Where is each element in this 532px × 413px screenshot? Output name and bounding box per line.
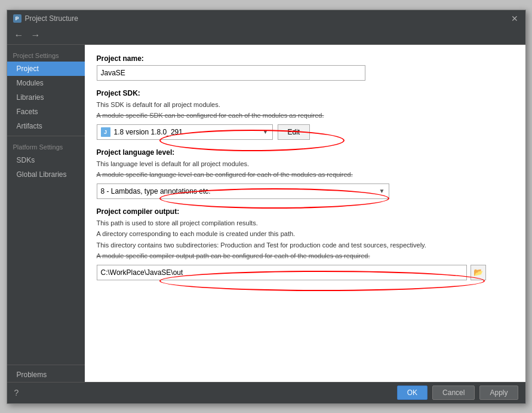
sdk-chevron-icon: ▼	[263, 129, 269, 135]
sidebar-item-artifacts-label: Artifacts	[17, 122, 42, 130]
sidebar-item-facets[interactable]: Facets	[7, 105, 85, 119]
folder-icon: 📂	[473, 268, 483, 277]
project-name-label: Project name:	[97, 54, 513, 63]
sidebar-item-facets-label: Facets	[17, 108, 38, 116]
browse-folder-button[interactable]: 📂	[471, 265, 486, 280]
sdk-desc1: This SDK is default for all project modu…	[97, 100, 513, 110]
title-bar-left: P Project Structure	[13, 14, 78, 23]
back-button[interactable]: ←	[12, 29, 26, 42]
sdk-desc2: A module specific SDK can be configured …	[97, 111, 513, 121]
sdk-selected-text: 1.8 version 1.8.0_291	[114, 128, 183, 136]
ok-button[interactable]: OK	[397, 386, 428, 400]
project-settings-section-label: Project Settings	[7, 47, 85, 62]
project-structure-dialog: P Project Structure ✕ ← → Project Settin…	[7, 10, 526, 404]
sidebar-item-artifacts[interactable]: Artifacts	[7, 119, 85, 133]
sidebar-bottom: Problems	[7, 182, 85, 382]
sidebar-item-global-libraries[interactable]: Global Libraries	[7, 167, 85, 182]
toolbar: ← →	[7, 27, 525, 45]
content-panel: Project name: Project SDK: This SDK is d…	[85, 45, 525, 382]
compiler-desc3: This directory contains two subdirectori…	[97, 240, 513, 250]
project-sdk-label: Project SDK:	[97, 89, 513, 97]
compiler-output-row: 📂	[97, 265, 513, 280]
close-button[interactable]: ✕	[510, 14, 519, 23]
sidebar-item-modules-label: Modules	[17, 79, 44, 87]
sidebar: Project Settings Project Modules Librari…	[7, 45, 85, 382]
sdk-select[interactable]: J 1.8 version 1.8.0_291 ▼	[97, 124, 273, 140]
title-bar: P Project Structure ✕	[7, 10, 525, 27]
cancel-button[interactable]: Cancel	[432, 386, 475, 400]
sidebar-item-project-label: Project	[17, 65, 39, 73]
help-icon[interactable]: ?	[14, 388, 19, 397]
platform-settings-section-label: Platform Settings	[7, 139, 85, 153]
compiler-output-input[interactable]	[97, 265, 467, 280]
forward-button[interactable]: →	[29, 29, 43, 42]
edit-sdk-button[interactable]: Edit	[278, 124, 310, 140]
sidebar-item-sdks-label: SDKs	[17, 156, 35, 164]
bottom-bar: ? OK Cancel Apply	[7, 382, 525, 403]
compiler-desc2: A directory corresponding to each module…	[97, 229, 513, 239]
sidebar-item-project[interactable]: Project	[7, 62, 85, 76]
sidebar-item-libraries-label: Libraries	[17, 93, 44, 102]
dialog-title: Project Structure	[25, 14, 78, 23]
sidebar-item-problems-label: Problems	[17, 371, 47, 379]
compiler-desc4: A module specific compiler output path c…	[97, 251, 513, 261]
app-icon: P	[13, 14, 21, 23]
lang-desc2: A module specific language level can be …	[97, 170, 513, 180]
language-level-select[interactable]: 8 - Lambdas, type annotations etc. ▼	[97, 183, 389, 199]
compiler-output-label: Project compiler output:	[97, 207, 513, 216]
lang-desc1: This language level is default for all p…	[97, 159, 513, 169]
project-language-label: Project language level:	[97, 148, 513, 157]
sidebar-item-sdks[interactable]: SDKs	[7, 153, 85, 167]
compiler-desc1: This path is used to store all project c…	[97, 218, 513, 228]
dialog-body: Project Settings Project Modules Librari…	[7, 45, 525, 382]
lang-selected-text: 8 - Lambdas, type annotations etc.	[101, 187, 379, 195]
sidebar-separator-2	[7, 365, 85, 365]
sidebar-item-global-libraries-label: Global Libraries	[17, 170, 67, 179]
project-name-input[interactable]	[97, 65, 365, 81]
sidebar-separator	[7, 136, 85, 136]
sidebar-item-libraries[interactable]: Libraries	[7, 90, 85, 105]
sidebar-item-modules[interactable]: Modules	[7, 76, 85, 90]
sdk-java-icon: J	[101, 127, 110, 137]
sdk-row: J 1.8 version 1.8.0_291 ▼ Edit	[97, 124, 513, 140]
sidebar-item-problems[interactable]: Problems	[7, 368, 85, 382]
bottom-left: ?	[14, 388, 392, 397]
apply-button[interactable]: Apply	[479, 386, 518, 400]
sdk-select-inner: J 1.8 version 1.8.0_291	[101, 127, 263, 137]
lang-chevron-icon: ▼	[379, 188, 385, 194]
